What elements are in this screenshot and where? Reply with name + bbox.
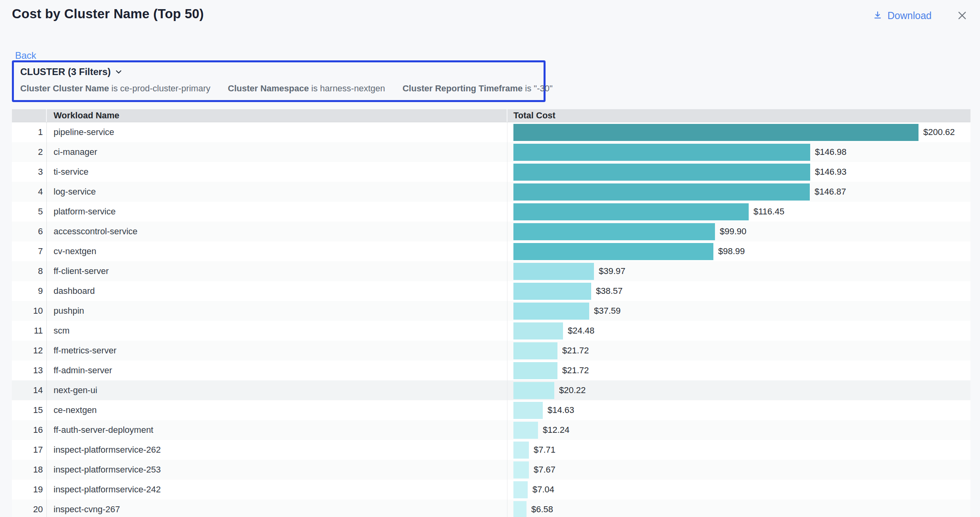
cost-value-label: $146.93 — [815, 167, 847, 177]
cost-value-label: $98.99 — [718, 246, 745, 257]
cost-cell: $116.45 — [507, 202, 970, 222]
workload-name-cell: ff-metrics-server — [47, 341, 507, 361]
table-row: 11 scm $24.48 — [12, 321, 970, 341]
rank-cell: 17 — [12, 440, 47, 460]
cost-value-label: $7.71 — [534, 445, 555, 455]
cost-cell: $20.22 — [507, 380, 970, 400]
page-title: Cost by Cluster Name (Top 50) — [12, 6, 204, 21]
table-body: 1 pipeline-service $200.62 2 ci-manager … — [12, 122, 970, 517]
table-row: 2 ci-manager $146.98 — [12, 142, 970, 162]
cost-bar — [513, 342, 557, 359]
rank-cell: 12 — [12, 341, 47, 361]
workload-name-cell: cv-nextgen — [47, 241, 507, 261]
cost-cell: $146.87 — [507, 182, 970, 202]
table-row: 15 ce-nextgen $14.63 — [12, 400, 970, 420]
cost-bar — [513, 263, 594, 280]
workload-name-cell: pipeline-service — [47, 122, 507, 142]
table-row: 8 ff-client-server $39.97 — [12, 261, 970, 281]
cost-cell: $21.72 — [507, 361, 970, 380]
rank-cell: 13 — [12, 361, 47, 380]
header-actions: Download — [872, 9, 969, 22]
rank-cell: 15 — [12, 400, 47, 420]
cost-bar — [513, 144, 810, 161]
table-row: 3 ti-service $146.93 — [12, 162, 970, 182]
cost-bar — [513, 303, 589, 320]
table-row: 12 ff-metrics-server $21.72 — [12, 341, 970, 361]
rank-cell: 2 — [12, 142, 47, 162]
cost-table: Workload Name Total Cost 1 pipeline-serv… — [12, 109, 970, 517]
workload-name-cell: ci-manager — [47, 142, 507, 162]
cost-bar — [513, 402, 543, 419]
cost-value-label: $20.22 — [559, 385, 586, 395]
chevron-down-icon — [115, 68, 123, 76]
cluster-filter-dropdown[interactable]: CLUSTER (3 Filters) — [20, 66, 123, 77]
cost-bar — [513, 283, 591, 300]
cost-cell: $14.63 — [507, 400, 970, 420]
cost-cell: $99.90 — [507, 222, 970, 241]
cost-value-label: $146.87 — [815, 187, 846, 197]
workload-name-cell: ff-auth-server-deployment — [47, 420, 507, 440]
table-row: 5 platform-service $116.45 — [12, 202, 970, 222]
workload-name-cell: platform-service — [47, 202, 507, 222]
cost-value-label: $38.57 — [596, 286, 623, 296]
rank-cell: 8 — [12, 261, 47, 281]
back-link[interactable]: Back — [15, 50, 36, 61]
download-icon — [872, 10, 883, 21]
filter-chip[interactable]: Cluster Reporting Timeframe is "-30" — [402, 83, 552, 94]
filter-chip[interactable]: Cluster Cluster Name is ce-prod-cluster-… — [20, 83, 210, 94]
close-button[interactable] — [955, 9, 969, 22]
cost-bar — [513, 362, 557, 379]
cost-bar — [513, 223, 715, 240]
cost-bar — [513, 501, 527, 517]
cost-bar — [513, 164, 810, 181]
filter-chip-label: Cluster Namespace — [228, 83, 309, 93]
rank-cell: 6 — [12, 222, 47, 241]
table-row: 16 ff-auth-server-deployment $12.24 — [12, 420, 970, 440]
table-row: 6 accesscontrol-service $99.90 — [12, 222, 970, 241]
cost-value-label: $21.72 — [562, 345, 589, 356]
cost-cell: $24.48 — [507, 321, 970, 341]
cost-value-label: $7.67 — [534, 465, 555, 475]
table-row: 13 ff-admin-server $21.72 — [12, 361, 970, 380]
cost-cell: $7.71 — [507, 440, 970, 460]
cost-cell: $39.97 — [507, 261, 970, 281]
filter-chip[interactable]: Cluster Namespace is harness-nextgen — [228, 83, 385, 94]
workload-name-cell: inspect-cvng-267 — [47, 500, 507, 517]
cost-value-label: $200.62 — [923, 127, 955, 137]
rank-cell: 4 — [12, 182, 47, 202]
rank-cell: 14 — [12, 380, 47, 400]
rank-cell: 1 — [12, 122, 47, 142]
cost-cell: $7.67 — [507, 460, 970, 480]
rank-cell: 5 — [12, 202, 47, 222]
table-row: 18 inspect-platformservice-253 $7.67 — [12, 460, 970, 480]
cost-bar — [513, 382, 554, 399]
workload-name-cell: pushpin — [47, 301, 507, 321]
cost-value-label: $14.63 — [548, 405, 574, 415]
rank-cell: 18 — [12, 460, 47, 480]
workload-name-cell: inspect-platformservice-242 — [47, 480, 507, 500]
cost-bar — [513, 203, 749, 220]
cost-bar — [513, 322, 563, 340]
filter-chip-label: Cluster Reporting Timeframe — [402, 83, 523, 93]
table-row: 10 pushpin $37.59 — [12, 301, 970, 321]
cost-value-label: $21.72 — [562, 365, 589, 376]
cost-bar — [513, 243, 713, 260]
table-row: 1 pipeline-service $200.62 — [12, 122, 970, 142]
rank-cell: 19 — [12, 480, 47, 500]
cluster-filter-dropdown-label: CLUSTER (3 Filters) — [20, 66, 111, 77]
cost-by-cluster-modal: Cost by Cluster Name (Top 50) Download B… — [0, 0, 980, 517]
cost-cell: $38.57 — [507, 281, 970, 301]
cost-value-label: $99.90 — [720, 226, 746, 237]
rank-cell: 11 — [12, 321, 47, 341]
download-label: Download — [888, 10, 932, 21]
cost-value-label: $116.45 — [753, 206, 784, 217]
cost-bar — [513, 461, 529, 478]
rank-cell: 7 — [12, 241, 47, 261]
cost-cell: $21.72 — [507, 341, 970, 361]
download-button[interactable]: Download — [872, 10, 932, 21]
workload-name-column-header: Workload Name — [47, 109, 507, 122]
table-row: 17 inspect-platformservice-262 $7.71 — [12, 440, 970, 460]
workload-name-cell: inspect-platformservice-253 — [47, 460, 507, 480]
rank-cell: 3 — [12, 162, 47, 182]
rank-cell: 10 — [12, 301, 47, 321]
